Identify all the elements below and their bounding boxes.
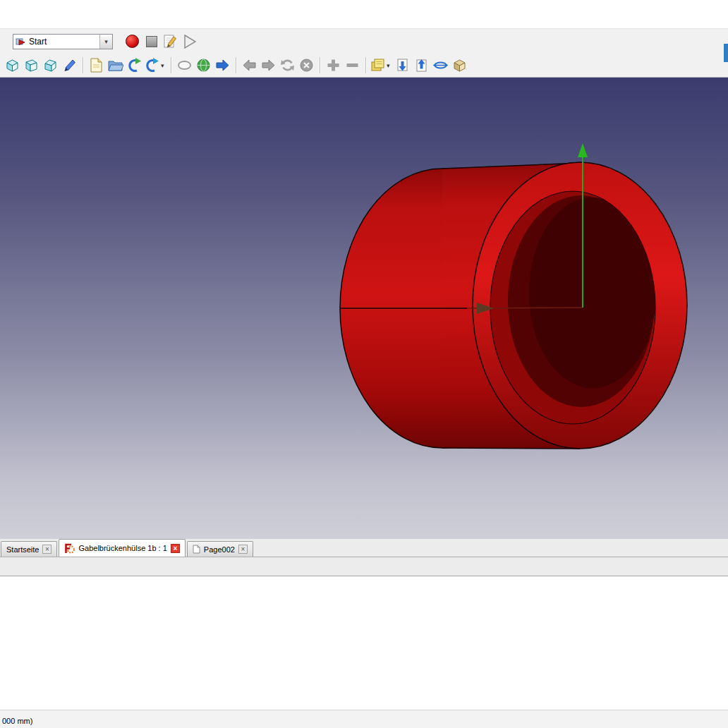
3d-scene: [0, 78, 728, 539]
projection-button[interactable]: [431, 56, 450, 75]
back-arrow-icon: [241, 57, 257, 73]
go-button[interactable]: [213, 56, 232, 75]
zoom-out-button[interactable]: [343, 56, 362, 75]
share-menu-button[interactable]: ▾: [144, 56, 167, 75]
report-view[interactable]: [0, 576, 728, 710]
view-isometric-button[interactable]: [3, 56, 22, 75]
page-arrow-up-icon: [413, 57, 430, 73]
toolbar-separator: [83, 57, 83, 73]
chevron-down-icon: ▾: [387, 62, 393, 69]
open-folder-button[interactable]: [106, 56, 125, 75]
open-website-button[interactable]: [194, 56, 213, 75]
shape-box-button[interactable]: [450, 56, 469, 75]
view-trimetric-button[interactable]: [41, 56, 60, 75]
close-icon: ×: [45, 545, 49, 553]
open-folder-icon: [107, 57, 123, 73]
close-icon: ×: [173, 545, 177, 552]
toolbar-separator: [365, 57, 366, 73]
tab-close-button[interactable]: ×: [42, 545, 51, 554]
page-icon: [193, 545, 200, 554]
refresh-button[interactable]: [278, 56, 297, 75]
macro-stop-button[interactable]: [142, 32, 161, 51]
play-triangle-icon: [181, 33, 198, 50]
workbench-selector-dropdown-button[interactable]: ▾: [99, 35, 112, 49]
tab-gabelbrueckenhuelse[interactable]: Gabelbrückenhülse 1b : 1 ×: [59, 539, 185, 557]
rotate-ellipse-icon: [432, 57, 449, 73]
export-link-button[interactable]: [125, 56, 144, 75]
tab-label: Gabelbrückenhülse 1b : 1: [78, 544, 166, 552]
tab-page002[interactable]: Page002 ×: [187, 541, 253, 557]
globe-icon: [195, 57, 212, 73]
pages-stack-icon: [370, 57, 386, 73]
pen-icon: [61, 57, 78, 73]
edit-pen-button[interactable]: [60, 56, 79, 75]
export-page-button[interactable]: [412, 56, 431, 75]
tab-close-button[interactable]: ×: [171, 544, 180, 553]
new-page-icon: [88, 57, 104, 73]
workbench-selector-value: Start: [25, 37, 99, 47]
dimetric-cube-icon: [23, 57, 40, 73]
toolbar-separator: [171, 57, 171, 73]
3d-viewport[interactable]: [0, 78, 728, 539]
window-top-area: [0, 0, 728, 28]
docked-panel-edge: [724, 44, 728, 62]
drawing-pages-menu-button[interactable]: ▾: [370, 56, 393, 75]
macro-edit-button[interactable]: [161, 32, 180, 51]
forward-arrow-icon: [260, 57, 277, 73]
stop-square-icon: [146, 36, 157, 47]
workbench-selector[interactable]: Start ▾: [13, 34, 113, 49]
tab-startseite[interactable]: Startseite ×: [1, 541, 57, 557]
nav-back-button[interactable]: [240, 56, 259, 75]
status-message: 000 mm): [2, 717, 32, 725]
view-dimetric-button[interactable]: [22, 56, 41, 75]
document-tabbar: Startseite × Gabelbrückenhülse 1b : 1 × …: [0, 539, 728, 557]
chevron-down-icon: ▾: [104, 38, 108, 45]
macro-play-button[interactable]: [180, 32, 199, 51]
close-icon: ×: [241, 545, 245, 553]
iso-cube-icon: [4, 57, 20, 73]
refresh-icon: [279, 57, 296, 73]
tab-label: Page002: [204, 545, 235, 554]
toolbar-separator: [320, 57, 320, 73]
nav-forward-button[interactable]: [259, 56, 278, 75]
export-arrow-icon: [126, 57, 142, 73]
stop-circle-icon: [298, 57, 315, 73]
freecad-document-icon: [64, 543, 75, 554]
record-circle-icon: [126, 35, 139, 48]
tab-label: Startseite: [6, 545, 39, 554]
main-toolbar: ▾: [0, 54, 728, 78]
minus-icon: [344, 57, 360, 73]
ellipse-icon: [176, 57, 193, 73]
trimetric-cube-icon: [42, 57, 59, 73]
share-arrow-icon: [144, 57, 160, 73]
edit-page-icon: [162, 33, 179, 50]
tab-close-button[interactable]: ×: [238, 545, 248, 554]
macro-toolbar: Start ▾: [0, 28, 728, 54]
chevron-down-icon: ▾: [161, 62, 167, 69]
page-arrow-down-icon: [394, 57, 411, 73]
stop-load-button[interactable]: [297, 56, 316, 75]
browser-ellipse-button[interactable]: [175, 56, 194, 75]
part-cylinder[interactable]: [340, 162, 687, 449]
start-workbench-icon: [16, 37, 25, 47]
macro-record-button[interactable]: [123, 32, 142, 51]
box-icon: [451, 57, 468, 73]
lower-panel-header: [0, 557, 728, 576]
status-bar: 000 mm): [0, 710, 728, 728]
zoom-in-button[interactable]: [324, 56, 343, 75]
toolbar-separator: [236, 57, 236, 73]
blue-arrow-right-icon: [214, 57, 231, 73]
plus-icon: [325, 57, 341, 73]
insert-view-button[interactable]: [393, 56, 412, 75]
new-sheet-button[interactable]: [87, 56, 106, 75]
